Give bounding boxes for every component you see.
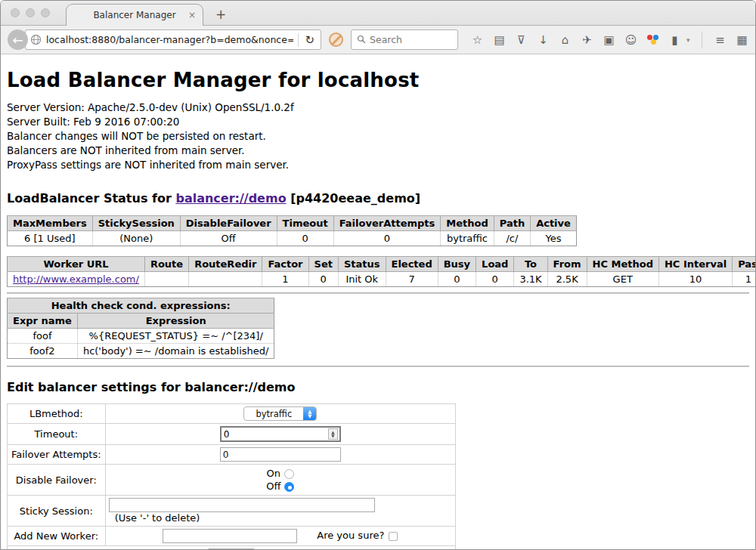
navigation-toolbar: ← localhost:8880/balancer-manager?b=demo… xyxy=(1,26,755,54)
failover-attempts-label: Failover Attempts: xyxy=(8,445,106,465)
balancer-status-table: MaxMembers StickySession DisableFailover… xyxy=(7,215,577,246)
failover-attempts-input[interactable] xyxy=(220,447,341,462)
disable-failover-on-radio[interactable] xyxy=(284,469,294,479)
overflow-caret-icon[interactable]: ▾ xyxy=(686,36,694,44)
col-busy: Busy xyxy=(438,257,476,272)
disable-failover-label: Disable Failover: xyxy=(8,465,106,496)
col-expr-name: Expr name xyxy=(8,314,78,329)
sticky-session-input[interactable] xyxy=(109,498,375,512)
are-you-sure-checkbox[interactable] xyxy=(389,532,398,541)
col-method: Method xyxy=(441,216,494,231)
tab-balancer-manager[interactable]: Balancer Manager × xyxy=(66,4,203,26)
cell-worker-url: http://www.example.com/ xyxy=(8,272,145,287)
pocket-icon[interactable]: ⊽ xyxy=(511,33,531,47)
disable-failover-off-radio[interactable] xyxy=(284,482,294,492)
window-close-button[interactable] xyxy=(11,8,20,17)
sticky-session-label: Sticky Session: xyxy=(8,496,106,527)
cell-to: 3.1K xyxy=(514,272,547,287)
home-icon[interactable]: ⌂ xyxy=(555,33,575,47)
new-tab-button[interactable]: + xyxy=(215,7,226,22)
cell-method: bytraffic xyxy=(441,231,494,246)
add-worker-input[interactable] xyxy=(163,529,297,543)
off-radio-label: Off xyxy=(266,480,280,492)
battery-extension-icon[interactable]: ▮ xyxy=(665,33,685,47)
content-blocked-icon[interactable] xyxy=(329,32,343,47)
cell-from: 2.5K xyxy=(547,272,587,287)
number-stepper-icon[interactable]: ▲▼ xyxy=(328,428,338,440)
bookmark-star-icon[interactable]: ☆ xyxy=(467,33,488,47)
url-bar[interactable]: localhost:8880/balancer-manager?b=demo&n… xyxy=(25,29,321,50)
toolbar-buttons: ☆ ▤ ⊽ ↓ ⌂ ✈ ▣ ☺ ▮ ▾ ≡ ▦ xyxy=(467,32,752,48)
col-factor: Factor xyxy=(262,257,308,272)
reading-list-icon[interactable]: ▤ xyxy=(489,33,510,47)
col-load: Load xyxy=(476,257,514,272)
select-arrows-icon: ▲▼ xyxy=(303,407,316,420)
window-controls[interactable] xyxy=(11,8,50,17)
timeout-label: Timeout: xyxy=(8,424,106,445)
window-minimize-button[interactable] xyxy=(26,8,35,17)
toolbar-divider xyxy=(702,32,702,48)
edit-settings-heading: Edit balancer settings for balancer://de… xyxy=(7,380,749,394)
health-check-table: Health check cond. expressions: Expr nam… xyxy=(7,298,274,359)
tab-close-icon[interactable]: × xyxy=(188,10,196,20)
col-timeout: Timeout xyxy=(277,216,333,231)
search-input[interactable]: Search xyxy=(370,34,402,45)
health-table-title: Health check cond. expressions: xyxy=(8,298,274,314)
col-route: Route xyxy=(144,257,188,272)
on-radio-label: On xyxy=(267,468,280,479)
lbmethod-select[interactable]: bytraffic ▲▼ xyxy=(243,406,317,421)
menu-icon[interactable]: ≡ xyxy=(710,33,730,47)
worker-url-link[interactable]: http://www.example.com/ xyxy=(13,273,139,285)
cell-path: /c/ xyxy=(494,231,530,246)
add-worker-label: Add New Worker: xyxy=(8,527,106,546)
window-zoom-button[interactable] xyxy=(41,8,50,17)
section-divider xyxy=(7,292,749,294)
server-built-line: Server Built: Feb 9 2016 07:00:20 xyxy=(7,115,749,129)
search-icon xyxy=(357,32,366,47)
col-maxmembers: MaxMembers xyxy=(8,216,93,231)
cell-passes: 1 (0) xyxy=(733,272,755,287)
col-status: Status xyxy=(338,257,386,272)
col-to: To xyxy=(514,257,547,272)
url-input[interactable]: localhost:8880/balancer-manager?b=demo&n… xyxy=(46,34,293,45)
chat-icon[interactable]: ☺ xyxy=(621,33,641,47)
table-header-row: MaxMembers StickySession DisableFailover… xyxy=(8,216,577,231)
notice-line: Balancer changes will NOT be persisted o… xyxy=(7,129,749,144)
table-header-row: Worker URL Route RouteRedir Factor Set S… xyxy=(8,257,756,272)
back-icon: ← xyxy=(12,32,23,48)
page-title: Load Balancer Manager for localhost xyxy=(7,69,749,91)
form-row-add-worker: Add New Worker: Are you sure? xyxy=(8,527,456,546)
col-failoverattempts: FailoverAttempts xyxy=(333,216,441,231)
col-active: Active xyxy=(531,216,577,231)
cell-load: 0 xyxy=(476,272,514,287)
save-to-device-icon[interactable]: ▣ xyxy=(599,33,619,47)
status-heading-suffix: [p4420eeae_demo] xyxy=(287,191,421,205)
search-bar[interactable]: Search xyxy=(351,29,458,50)
grid-extension-icon[interactable]: ▦ xyxy=(732,33,752,47)
form-row-timeout: Timeout: 0 ▲▼ xyxy=(8,424,456,445)
table-title-row: Health check cond. expressions: xyxy=(8,298,274,314)
cell-routeredir xyxy=(189,272,262,287)
lbmethod-label: LBmethod: xyxy=(8,404,106,424)
timeout-value: 0 xyxy=(222,429,328,440)
page-content: Load Balancer Manager for localhost Serv… xyxy=(1,54,755,550)
extension-colored-dots-icon[interactable] xyxy=(643,33,663,47)
server-info: Server Version: Apache/2.5.0-dev (Unix) … xyxy=(7,100,749,172)
balancer-demo-link[interactable]: balancer://demo xyxy=(175,191,286,205)
col-worker-url: Worker URL xyxy=(8,257,145,272)
section-divider xyxy=(7,366,749,367)
cell-elected: 7 xyxy=(386,272,438,287)
reload-icon[interactable]: ↻ xyxy=(303,33,316,47)
table-row: foof2 hc('body') =~ /domain is establish… xyxy=(8,344,274,359)
col-stickysession: StickySession xyxy=(92,216,180,231)
cell-stickysession: (None) xyxy=(92,231,180,246)
sticky-session-note: (Use '-' to delete) xyxy=(115,512,200,524)
table-row: http://www.example.com/ 1 0 Init Ok 7 0 … xyxy=(8,272,756,287)
timeout-input[interactable]: 0 ▲▼ xyxy=(220,426,341,442)
back-button[interactable]: ← xyxy=(8,29,28,50)
send-tab-icon[interactable]: ✈ xyxy=(577,33,597,47)
downloads-icon[interactable]: ↓ xyxy=(533,33,553,47)
balancer-settings-form: LBmethod: bytraffic ▲▼ Timeout: 0 ▲▼ xyxy=(7,403,456,550)
are-you-sure-label: Are you sure? xyxy=(317,530,384,541)
lbmethod-selected-value: bytraffic xyxy=(244,407,303,420)
